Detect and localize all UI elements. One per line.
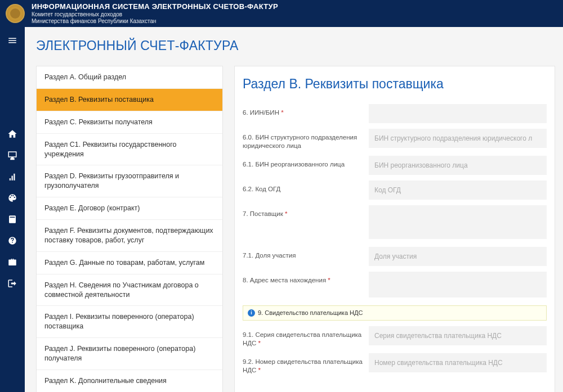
bin-struct-input[interactable] (369, 129, 547, 148)
nds-series-input[interactable] (369, 326, 547, 345)
section-item-k[interactable]: Раздел K. Дополнительные сведения (37, 370, 222, 392)
field-row-address: 8. Адрес места нахождения * (239, 272, 547, 300)
field-row-share: 7.1. Доля участия (239, 247, 547, 266)
logout-icon[interactable] (7, 278, 18, 289)
supplier-input[interactable] (369, 205, 547, 239)
sidebar (0, 27, 25, 392)
field-row-bin-reorg: 6.1. БИН реорганизованного лица (239, 156, 547, 175)
bin-reorg-input[interactable] (369, 156, 547, 175)
main-content: ЭЛЕКТРОННЫЙ СЧЕТ-ФАКТУРА Раздел A. Общий… (25, 27, 563, 392)
field-row-iin-bin: 6. ИИН/БИН * (239, 104, 547, 123)
form-panel: Раздел B. Реквизиты поставщика 6. ИИН/БИ… (234, 66, 555, 392)
section-item-i[interactable]: Раздел I. Реквизиты поверенного (операто… (37, 306, 222, 338)
menu-icon[interactable] (7, 35, 18, 46)
section-item-g[interactable]: Раздел G. Данные по товарам, работам, ус… (37, 252, 222, 274)
topbar: ИНФОРМАЦИОННАЯ СИСТЕМА ЭЛЕКТРОННЫХ СЧЕТО… (0, 0, 563, 27)
required-marker: * (285, 210, 287, 217)
required-marker: * (258, 340, 261, 346)
app-subtitle1: Комитет государственных доходов (32, 11, 278, 18)
section-item-j[interactable]: Раздел J. Реквизиты поверенного (операто… (37, 338, 222, 370)
address-input[interactable] (369, 272, 547, 298)
form-title: Раздел B. Реквизиты поставщика (243, 76, 547, 92)
field-row-kod-ogd: 6.2. Код ОГД (239, 181, 547, 200)
iin-bin-label: 6. ИИН/БИН (243, 109, 279, 116)
address-label: 8. Адрес места нахождения (243, 277, 326, 283)
section-item-c1[interactable]: Раздел C1. Реквизиты государственного уч… (37, 134, 222, 166)
app-title: ИНФОРМАЦИОННАЯ СИСТЕМА ЭЛЕКТРОННЫХ СЧЕТО… (32, 2, 278, 11)
section-item-b[interactable]: Раздел B. Реквизиты поставщика (37, 89, 222, 111)
palette-icon[interactable] (7, 192, 18, 204)
field-row-bin-struct: 6.0. БИН структурного подразделения юрид… (239, 129, 547, 150)
section-item-c[interactable]: Раздел C. Реквизиты получателя (37, 111, 222, 134)
field-row-nds-number: 9.2. Номер свидетельства плательщика НДС… (239, 353, 547, 375)
nds-number-input[interactable] (369, 353, 547, 372)
kod-ogd-label: 6.2. Код ОГД (239, 181, 369, 200)
section-item-d[interactable]: Раздел D. Реквизиты грузоотправителя и г… (37, 165, 222, 197)
nds-banner-text: 9. Свидетельство плательщика НДС (258, 309, 363, 316)
briefcase-icon[interactable] (7, 256, 18, 268)
app-logo (6, 4, 25, 23)
section-item-h[interactable]: Раздел H. Сведения по Участникам договор… (37, 274, 222, 307)
share-label: 7.1. Доля участия (239, 247, 369, 266)
section-navigator: Раздел A. Общий раздел Раздел B. Реквизи… (36, 66, 223, 392)
field-row-nds-series: 9.1. Серия свидетельства плательщика НДС… (239, 326, 547, 348)
kod-ogd-input[interactable] (369, 181, 547, 200)
section-item-f[interactable]: Раздел F. Реквизиты документов, подтверж… (37, 220, 222, 252)
section-item-e[interactable]: Раздел E. Договор (контракт) (37, 197, 222, 220)
help-icon[interactable] (7, 235, 18, 246)
required-marker: * (281, 109, 283, 116)
topbar-titles: ИНФОРМАЦИОННАЯ СИСТЕМА ЭЛЕКТРОННЫХ СЧЕТО… (32, 2, 278, 25)
field-row-supplier: 7. Поставщик * (239, 205, 547, 241)
app-subtitle2: Министерства финансов Республики Казахст… (32, 18, 278, 25)
book-icon[interactable] (7, 214, 18, 225)
iin-bin-input[interactable] (369, 104, 547, 123)
monitor-icon[interactable] (7, 150, 18, 161)
page-title: ЭЛЕКТРОННЫЙ СЧЕТ-ФАКТУРА (36, 38, 555, 53)
nds-info-banner: i 9. Свидетельство плательщика НДС (243, 305, 547, 321)
section-item-a[interactable]: Раздел A. Общий раздел (37, 66, 222, 89)
bin-reorg-label: 6.1. БИН реорганизованного лица (239, 156, 369, 175)
share-input[interactable] (369, 247, 547, 266)
info-icon: i (248, 309, 255, 317)
bin-struct-label: 6.0. БИН структурного подразделения юрид… (239, 129, 369, 150)
required-marker: * (328, 277, 330, 283)
home-icon[interactable] (7, 128, 18, 139)
supplier-label: 7. Поставщик (243, 210, 283, 217)
chart-icon[interactable] (7, 171, 18, 182)
required-marker: * (258, 367, 261, 373)
